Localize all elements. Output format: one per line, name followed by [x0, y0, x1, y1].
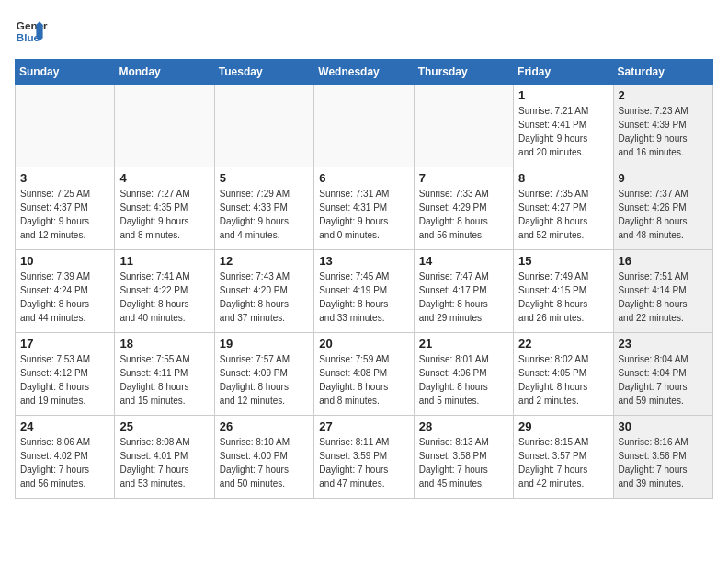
day-info: Sunrise: 7:33 AM Sunset: 4:29 PM Dayligh… [419, 187, 508, 242]
day-info: Sunrise: 7:39 AM Sunset: 4:24 PM Dayligh… [20, 270, 109, 325]
calendar-cell: 26Sunrise: 8:10 AM Sunset: 4:00 PM Dayli… [214, 416, 313, 499]
calendar-cell: 27Sunrise: 8:11 AM Sunset: 3:59 PM Dayli… [314, 416, 414, 499]
day-number: 23 [619, 337, 708, 350]
calendar-cell: 24Sunrise: 8:06 AM Sunset: 4:02 PM Dayli… [16, 416, 115, 499]
day-info: Sunrise: 8:06 AM Sunset: 4:02 PM Dayligh… [20, 435, 109, 490]
logo-icon: General Blue [15, 15, 48, 48]
day-info: Sunrise: 7:25 AM Sunset: 4:37 PM Dayligh… [20, 187, 109, 242]
day-info: Sunrise: 8:11 AM Sunset: 3:59 PM Dayligh… [319, 435, 408, 490]
day-number: 19 [220, 337, 309, 350]
day-number: 25 [119, 419, 209, 433]
calendar-cell: 17Sunrise: 7:53 AM Sunset: 4:12 PM Dayli… [16, 333, 115, 416]
calendar-cell: 10Sunrise: 7:39 AM Sunset: 4:24 PM Dayli… [16, 250, 115, 333]
day-info: Sunrise: 7:47 AM Sunset: 4:17 PM Dayligh… [419, 270, 508, 325]
day-info: Sunrise: 7:43 AM Sunset: 4:20 PM Dayligh… [220, 270, 309, 325]
day-number: 1 [518, 88, 608, 102]
day-info: Sunrise: 7:31 AM Sunset: 4:31 PM Dayligh… [319, 187, 408, 242]
day-info: Sunrise: 7:21 AM Sunset: 4:41 PM Dayligh… [518, 104, 608, 159]
day-number: 20 [319, 337, 408, 350]
weekday-header-thursday: Thursday [414, 60, 513, 85]
calendar-cell: 28Sunrise: 8:13 AM Sunset: 3:58 PM Dayli… [414, 416, 513, 499]
calendar-cell [314, 85, 414, 167]
day-number: 24 [20, 419, 109, 433]
weekday-header-sunday: Sunday [16, 60, 115, 85]
day-info: Sunrise: 7:29 AM Sunset: 4:33 PM Dayligh… [220, 187, 309, 242]
day-number: 6 [319, 171, 408, 185]
day-number: 3 [20, 171, 109, 185]
calendar-cell: 7Sunrise: 7:33 AM Sunset: 4:29 PM Daylig… [414, 167, 513, 250]
svg-text:General: General [17, 19, 48, 31]
logo: General Blue [15, 15, 48, 48]
calendar-cell: 6Sunrise: 7:31 AM Sunset: 4:31 PM Daylig… [314, 167, 414, 250]
day-number: 30 [619, 419, 708, 433]
day-number: 10 [20, 254, 109, 268]
calendar-cell: 8Sunrise: 7:35 AM Sunset: 4:27 PM Daylig… [514, 167, 613, 250]
calendar-cell: 29Sunrise: 8:15 AM Sunset: 3:57 PM Dayli… [514, 416, 613, 499]
weekday-header-saturday: Saturday [613, 60, 712, 85]
day-number: 17 [20, 337, 109, 350]
day-number: 26 [220, 419, 309, 433]
day-info: Sunrise: 7:57 AM Sunset: 4:09 PM Dayligh… [220, 352, 309, 408]
calendar-cell: 20Sunrise: 7:59 AM Sunset: 4:08 PM Dayli… [314, 333, 414, 416]
day-info: Sunrise: 8:10 AM Sunset: 4:00 PM Dayligh… [220, 435, 309, 490]
calendar-cell: 2Sunrise: 7:23 AM Sunset: 4:39 PM Daylig… [613, 85, 712, 167]
day-info: Sunrise: 7:37 AM Sunset: 4:26 PM Dayligh… [619, 187, 708, 242]
day-info: Sunrise: 7:41 AM Sunset: 4:22 PM Dayligh… [119, 270, 209, 325]
calendar-cell: 12Sunrise: 7:43 AM Sunset: 4:20 PM Dayli… [214, 250, 313, 333]
calendar-cell: 13Sunrise: 7:45 AM Sunset: 4:19 PM Dayli… [314, 250, 414, 333]
day-number: 8 [518, 171, 608, 185]
calendar-cell: 4Sunrise: 7:27 AM Sunset: 4:35 PM Daylig… [115, 167, 214, 250]
day-info: Sunrise: 7:59 AM Sunset: 4:08 PM Dayligh… [319, 352, 408, 408]
day-number: 18 [119, 337, 209, 350]
day-info: Sunrise: 7:49 AM Sunset: 4:15 PM Dayligh… [518, 270, 608, 325]
calendar-cell: 15Sunrise: 7:49 AM Sunset: 4:15 PM Dayli… [514, 250, 613, 333]
day-info: Sunrise: 7:51 AM Sunset: 4:14 PM Dayligh… [619, 270, 708, 325]
day-number: 28 [419, 419, 508, 433]
day-number: 21 [419, 337, 508, 350]
day-info: Sunrise: 7:53 AM Sunset: 4:12 PM Dayligh… [20, 352, 109, 408]
day-info: Sunrise: 8:13 AM Sunset: 3:58 PM Dayligh… [419, 435, 508, 490]
day-number: 5 [220, 171, 309, 185]
day-info: Sunrise: 7:45 AM Sunset: 4:19 PM Dayligh… [319, 270, 408, 325]
day-number: 13 [319, 254, 408, 268]
day-info: Sunrise: 7:55 AM Sunset: 4:11 PM Dayligh… [119, 352, 209, 408]
calendar-cell [16, 85, 115, 167]
calendar-cell [214, 85, 313, 167]
weekday-header-friday: Friday [514, 60, 613, 85]
calendar-cell: 9Sunrise: 7:37 AM Sunset: 4:26 PM Daylig… [613, 167, 712, 250]
day-number: 22 [518, 337, 608, 350]
calendar-cell: 25Sunrise: 8:08 AM Sunset: 4:01 PM Dayli… [115, 416, 214, 499]
calendar-cell: 22Sunrise: 8:02 AM Sunset: 4:05 PM Dayli… [514, 333, 613, 416]
page-header: General Blue [15, 15, 713, 48]
day-number: 12 [220, 254, 309, 268]
calendar-cell [115, 85, 214, 167]
calendar-table: SundayMondayTuesdayWednesdayThursdayFrid… [15, 59, 713, 499]
calendar-cell: 3Sunrise: 7:25 AM Sunset: 4:37 PM Daylig… [16, 167, 115, 250]
day-info: Sunrise: 8:08 AM Sunset: 4:01 PM Dayligh… [119, 435, 209, 490]
calendar-cell: 14Sunrise: 7:47 AM Sunset: 4:17 PM Dayli… [414, 250, 513, 333]
weekday-header-tuesday: Tuesday [214, 60, 313, 85]
calendar-cell [414, 85, 513, 167]
day-number: 14 [419, 254, 508, 268]
day-number: 27 [319, 419, 408, 433]
weekday-header-monday: Monday [115, 60, 214, 85]
calendar-cell: 1Sunrise: 7:21 AM Sunset: 4:41 PM Daylig… [514, 85, 613, 167]
calendar-cell: 19Sunrise: 7:57 AM Sunset: 4:09 PM Dayli… [214, 333, 313, 416]
day-number: 7 [419, 171, 508, 185]
calendar-cell: 11Sunrise: 7:41 AM Sunset: 4:22 PM Dayli… [115, 250, 214, 333]
weekday-header-wednesday: Wednesday [314, 60, 414, 85]
day-number: 15 [518, 254, 608, 268]
day-number: 9 [619, 171, 708, 185]
calendar-cell: 21Sunrise: 8:01 AM Sunset: 4:06 PM Dayli… [414, 333, 513, 416]
day-info: Sunrise: 8:01 AM Sunset: 4:06 PM Dayligh… [419, 352, 508, 408]
calendar-cell: 23Sunrise: 8:04 AM Sunset: 4:04 PM Dayli… [613, 333, 712, 416]
day-info: Sunrise: 7:23 AM Sunset: 4:39 PM Dayligh… [619, 104, 708, 159]
day-info: Sunrise: 8:02 AM Sunset: 4:05 PM Dayligh… [518, 352, 608, 408]
day-number: 4 [119, 171, 209, 185]
day-number: 2 [619, 88, 708, 102]
calendar-cell: 30Sunrise: 8:16 AM Sunset: 3:56 PM Dayli… [613, 416, 712, 499]
day-info: Sunrise: 8:04 AM Sunset: 4:04 PM Dayligh… [619, 352, 708, 408]
day-info: Sunrise: 7:35 AM Sunset: 4:27 PM Dayligh… [518, 187, 608, 242]
calendar-cell: 18Sunrise: 7:55 AM Sunset: 4:11 PM Dayli… [115, 333, 214, 416]
calendar-cell: 5Sunrise: 7:29 AM Sunset: 4:33 PM Daylig… [214, 167, 313, 250]
